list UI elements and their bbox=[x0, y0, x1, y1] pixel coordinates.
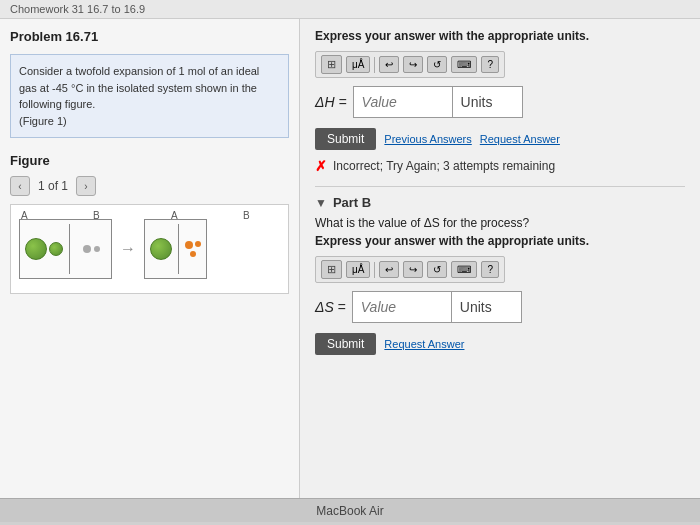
mu-label-b: μÅ bbox=[352, 264, 364, 275]
request-answer-link-b[interactable]: Request Answer bbox=[384, 338, 464, 350]
breadcrumb: Chomework 31 16.7 to 16.9 bbox=[10, 3, 145, 15]
delta-h-label: ΔH = bbox=[315, 94, 347, 110]
refresh-button-b[interactable]: ↺ bbox=[427, 261, 447, 278]
molecule-container: → bbox=[11, 214, 288, 284]
left-panel: Problem 16.71 Consider a twofold expansi… bbox=[0, 19, 300, 498]
molecule-group-right-a bbox=[150, 238, 172, 260]
undo-icon: ↩ bbox=[385, 59, 393, 70]
format-button[interactable]: ⊞ bbox=[321, 55, 342, 74]
help-button-b[interactable]: ? bbox=[481, 261, 499, 278]
keyboard-button[interactable]: ⌨ bbox=[451, 56, 477, 73]
figure-page: 1 of 1 bbox=[38, 179, 68, 193]
format-icon: ⊞ bbox=[327, 58, 336, 71]
refresh-icon: ↺ bbox=[433, 59, 441, 70]
part-b-label: Part B bbox=[333, 195, 371, 210]
undo-icon-b: ↩ bbox=[385, 264, 393, 275]
part-b-arrow-icon: ▼ bbox=[315, 196, 327, 210]
toolbar-divider-1 bbox=[374, 57, 375, 73]
action-row-b: Submit Request Answer bbox=[315, 333, 685, 355]
toolbar-a: ⊞ μÅ ↩ ↪ ↺ ⌨ ? bbox=[315, 51, 505, 78]
problem-title: Problem 16.71 bbox=[10, 29, 289, 44]
figure-section: Figure ‹ 1 of 1 › A B A B bbox=[10, 153, 289, 294]
problem-description: Consider a twofold expansion of 1 mol of… bbox=[10, 54, 289, 138]
format-button-b[interactable]: ⊞ bbox=[321, 260, 342, 279]
atom-a1 bbox=[25, 238, 47, 260]
delta-s-input[interactable] bbox=[352, 291, 452, 323]
next-figure-button[interactable]: › bbox=[76, 176, 96, 196]
action-row-a: Submit Previous Answers Request Answer bbox=[315, 128, 685, 150]
undo-button[interactable]: ↩ bbox=[379, 56, 399, 73]
process-arrow: → bbox=[120, 240, 136, 258]
refresh-button[interactable]: ↺ bbox=[427, 56, 447, 73]
express-label-a: Express your answer with the appropriate… bbox=[315, 29, 685, 43]
atom-a2 bbox=[49, 242, 63, 256]
request-answer-link-a[interactable]: Request Answer bbox=[480, 133, 560, 145]
mu-button-b[interactable]: μÅ bbox=[346, 261, 370, 278]
keyboard-icon-b: ⌨ bbox=[457, 264, 471, 275]
delta-s-label: ΔS = bbox=[315, 299, 346, 315]
units-b: Units bbox=[452, 291, 522, 323]
right-panel: Express your answer with the appropriate… bbox=[300, 19, 700, 498]
redo-button-b[interactable]: ↪ bbox=[403, 261, 423, 278]
part-b-header: ▼ Part B bbox=[315, 186, 685, 210]
help-icon: ? bbox=[487, 59, 493, 70]
label-a2: A bbox=[171, 210, 178, 221]
submit-button-b[interactable]: Submit bbox=[315, 333, 376, 355]
divider-right bbox=[178, 224, 179, 274]
help-button[interactable]: ? bbox=[481, 56, 499, 73]
submit-button-a[interactable]: Submit bbox=[315, 128, 376, 150]
keyboard-button-b[interactable]: ⌨ bbox=[451, 261, 477, 278]
bottom-bar: MacBook Air bbox=[0, 498, 700, 522]
figure-nav: ‹ 1 of 1 › bbox=[10, 176, 289, 196]
format-icon-b: ⊞ bbox=[327, 263, 336, 276]
toolbar-b: ⊞ μÅ ↩ ↪ ↺ ⌨ ? bbox=[315, 256, 505, 283]
figure-label: Figure bbox=[10, 153, 289, 168]
previous-answers-link[interactable]: Previous Answers bbox=[384, 133, 471, 145]
part-b-section: ▼ Part B What is the value of ΔS for the… bbox=[315, 186, 685, 355]
part-a-section: Express your answer with the appropriate… bbox=[315, 29, 685, 174]
redo-icon-b: ↪ bbox=[409, 264, 417, 275]
undo-button-b[interactable]: ↩ bbox=[379, 261, 399, 278]
label-a: A bbox=[21, 210, 28, 221]
error-message: Incorrect; Try Again; 3 attempts remaini… bbox=[333, 159, 555, 173]
molecule-group-right-b bbox=[185, 241, 201, 257]
error-row: ✗ Incorrect; Try Again; 3 attempts remai… bbox=[315, 158, 685, 174]
container-right bbox=[144, 219, 207, 279]
refresh-icon-b: ↺ bbox=[433, 264, 441, 275]
label-b2: B bbox=[243, 210, 250, 221]
label-b: B bbox=[93, 210, 100, 221]
toolbar-divider-b bbox=[374, 262, 375, 278]
help-icon-b: ? bbox=[487, 264, 493, 275]
input-row-a: ΔH = Units bbox=[315, 86, 685, 118]
figure-image: A B A B bbox=[10, 204, 289, 294]
mu-button[interactable]: μÅ bbox=[346, 56, 370, 73]
divider bbox=[69, 224, 70, 274]
prev-figure-button[interactable]: ‹ bbox=[10, 176, 30, 196]
units-a: Units bbox=[453, 86, 523, 118]
part-b-question: What is the value of ΔS for the process? bbox=[315, 216, 685, 230]
redo-button[interactable]: ↪ bbox=[403, 56, 423, 73]
express-label-b: Express your answer with the appropriate… bbox=[315, 234, 685, 248]
input-row-b: ΔS = Units bbox=[315, 291, 685, 323]
error-icon: ✗ bbox=[315, 158, 327, 174]
atom-a3 bbox=[150, 238, 172, 260]
redo-icon: ↪ bbox=[409, 59, 417, 70]
delta-h-input[interactable] bbox=[353, 86, 453, 118]
molecule-group-left bbox=[25, 238, 63, 260]
bottom-label: MacBook Air bbox=[316, 504, 383, 518]
molecule-group-b-left bbox=[76, 245, 106, 253]
keyboard-icon: ⌨ bbox=[457, 59, 471, 70]
mu-label: μÅ bbox=[352, 59, 364, 70]
container-left bbox=[19, 219, 112, 279]
